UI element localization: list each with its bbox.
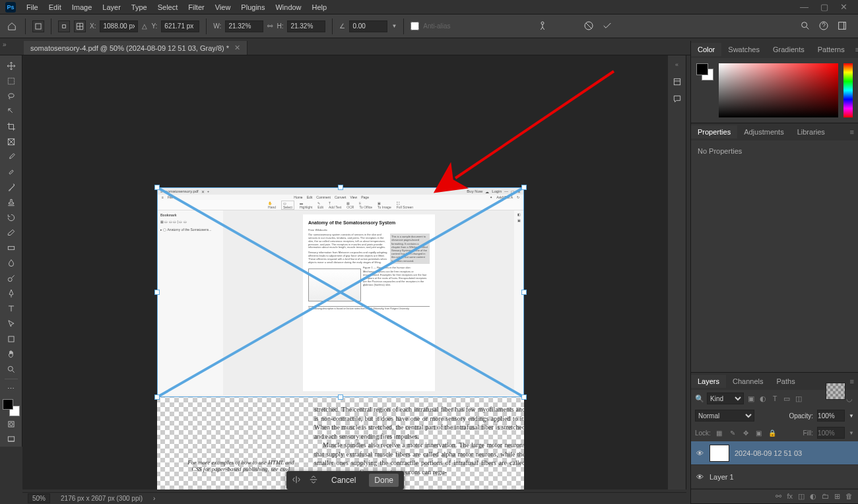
handle-b[interactable] xyxy=(338,394,343,400)
layer-name[interactable]: Layer 1 xyxy=(710,473,734,481)
expand-collapse-icon[interactable]: « xyxy=(671,58,684,71)
filter-shape-icon[interactable]: ▭ xyxy=(782,394,791,403)
marquee-tool[interactable] xyxy=(2,73,20,88)
menu-view[interactable]: View xyxy=(210,2,236,13)
lock-position-icon[interactable]: ✥ xyxy=(741,428,750,437)
handle-br[interactable] xyxy=(521,394,527,400)
fg-bg-swatch[interactable] xyxy=(696,63,713,80)
reference-point-icon[interactable] xyxy=(58,20,70,32)
cancel-transform-icon[interactable] xyxy=(583,20,594,32)
layer-row[interactable]: 👁 Layer 1 xyxy=(691,465,858,489)
blend-mode-select[interactable]: Normal xyxy=(695,410,754,422)
x-input[interactable] xyxy=(100,20,138,32)
tab-color[interactable]: Color xyxy=(691,43,721,56)
flip-horizontal-icon[interactable] xyxy=(292,475,301,486)
frame-tool[interactable] xyxy=(2,134,20,149)
grid-icon[interactable] xyxy=(74,20,86,32)
chevron-down-icon[interactable]: ▼ xyxy=(849,430,854,436)
minimize-icon[interactable]: — xyxy=(800,2,808,12)
lock-artboard-icon[interactable]: ▣ xyxy=(754,428,764,437)
y-input[interactable] xyxy=(161,20,199,32)
move-tool[interactable] xyxy=(2,58,20,73)
zoom-level[interactable]: 50% xyxy=(28,493,50,503)
menu-edit[interactable]: Edit xyxy=(44,2,67,13)
quickmask-icon[interactable] xyxy=(2,416,20,431)
edit-toolbar-icon[interactable]: ⋯ xyxy=(2,381,20,396)
h-input[interactable] xyxy=(287,20,325,32)
handle-tr[interactable] xyxy=(521,185,527,190)
hue-slider[interactable] xyxy=(843,63,853,117)
pen-tool[interactable] xyxy=(2,286,20,301)
menu-window[interactable]: Window xyxy=(270,2,306,13)
panel-menu-icon[interactable]: ≡ xyxy=(846,377,858,385)
lock-transparency-icon[interactable]: ▦ xyxy=(715,428,724,437)
screenmode-icon[interactable] xyxy=(2,431,20,447)
filter-type-icon[interactable]: T xyxy=(770,394,779,403)
color-selector[interactable] xyxy=(3,399,20,416)
layer-thumbnail[interactable] xyxy=(710,445,729,462)
link-wh-icon[interactable]: ⚯ xyxy=(267,22,273,30)
chevron-down-icon[interactable]: ▼ xyxy=(391,23,397,29)
handle-tl[interactable] xyxy=(154,185,160,190)
tab-channels[interactable]: Channels xyxy=(726,375,770,388)
adjustment-layer-icon[interactable]: ◐ xyxy=(810,492,816,501)
chevron-right-icon[interactable]: › xyxy=(153,495,155,502)
crop-tool[interactable] xyxy=(2,119,20,134)
hand-tool[interactable] xyxy=(2,346,20,362)
panel-menu-icon[interactable]: ≡ xyxy=(846,128,858,136)
quick-select-tool[interactable] xyxy=(2,104,20,119)
visibility-icon[interactable]: 👁 xyxy=(695,473,704,481)
tab-layers[interactable]: Layers xyxy=(691,375,726,388)
angle-input[interactable] xyxy=(349,20,387,32)
layer-thumbnail[interactable] xyxy=(826,383,845,400)
lock-all-icon[interactable]: 🔒 xyxy=(768,428,777,437)
transform-tool-icon[interactable] xyxy=(32,20,44,32)
layer-row[interactable]: 👁 2024-08-09 12 51 03 xyxy=(691,441,858,465)
history-brush-tool[interactable] xyxy=(2,210,20,225)
filter-search-icon[interactable]: 🔍 xyxy=(695,394,704,403)
comment-icon[interactable] xyxy=(671,92,684,106)
gradient-tool[interactable] xyxy=(2,240,20,255)
filter-toggle-icon[interactable]: ◡ xyxy=(845,394,854,403)
tab-close-icon[interactable]: ✕ xyxy=(234,44,240,52)
visibility-icon[interactable]: 👁 xyxy=(695,449,704,457)
expand-left-icon[interactable]: » xyxy=(3,41,7,48)
stamp-tool[interactable] xyxy=(2,195,20,210)
menu-image[interactable]: Image xyxy=(67,2,98,13)
chevron-down-icon[interactable]: ▼ xyxy=(849,413,854,419)
menu-plugins[interactable]: Plugins xyxy=(236,2,270,13)
handle-t[interactable] xyxy=(338,185,343,190)
menu-help[interactable]: Help xyxy=(307,2,333,13)
dock-icon-1[interactable] xyxy=(671,75,684,88)
panel-menu-icon[interactable]: ≡ xyxy=(851,46,858,53)
commit-transform-icon[interactable] xyxy=(602,20,612,32)
tab-properties[interactable]: Properties xyxy=(691,125,737,139)
maximize-icon[interactable]: ▢ xyxy=(820,2,828,12)
done-button[interactable]: Done xyxy=(369,474,399,487)
brush-tool[interactable] xyxy=(2,179,20,195)
type-tool[interactable] xyxy=(2,301,20,316)
search-icon[interactable] xyxy=(800,20,810,32)
link-layers-icon[interactable]: ⚯ xyxy=(776,492,781,501)
menu-type[interactable]: Type xyxy=(126,2,152,13)
antialias-checkbox[interactable] xyxy=(411,22,419,30)
tab-paths[interactable]: Paths xyxy=(770,375,802,388)
handle-bl[interactable] xyxy=(154,394,160,400)
new-layer-icon[interactable]: ⊞ xyxy=(834,492,840,501)
canvas[interactable]: ≡ somatosensory.pdf✕+ Buy Now ☁Login —▢✕… xyxy=(22,55,686,489)
opacity-input[interactable] xyxy=(817,410,845,422)
handle-r[interactable] xyxy=(521,290,527,295)
filter-pixel-icon[interactable]: ▣ xyxy=(746,394,756,403)
menu-filter[interactable]: Filter xyxy=(183,2,209,13)
layer-mask-icon[interactable]: ◫ xyxy=(798,492,805,501)
healing-tool[interactable] xyxy=(2,164,20,179)
filter-kind-select[interactable]: Kind xyxy=(707,393,744,404)
cancel-button[interactable]: Cancel xyxy=(326,474,361,487)
eyedropper-tool[interactable] xyxy=(2,149,20,164)
zoom-tool[interactable] xyxy=(2,362,20,377)
tab-adjustments[interactable]: Adjustments xyxy=(737,125,791,139)
home-icon[interactable] xyxy=(5,20,18,33)
lock-pixels-icon[interactable]: ✎ xyxy=(728,428,737,437)
fill-input[interactable] xyxy=(817,427,845,439)
tab-libraries[interactable]: Libraries xyxy=(791,125,832,139)
